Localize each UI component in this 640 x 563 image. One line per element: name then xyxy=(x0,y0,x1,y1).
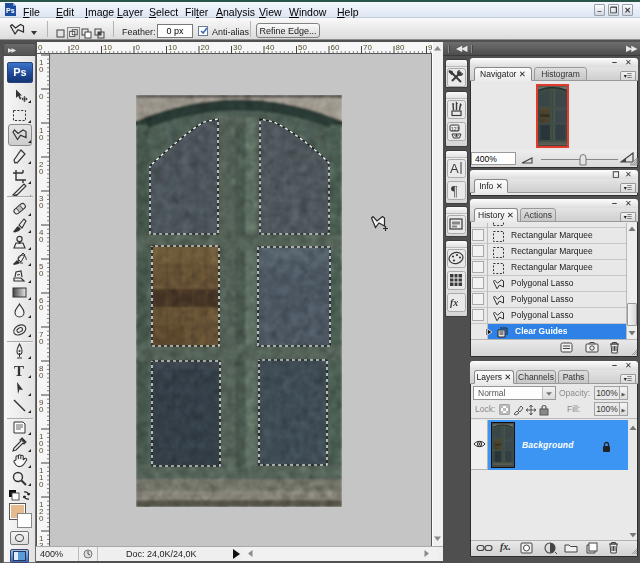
svg-text:40: 40 xyxy=(266,43,275,52)
svg-text:0: 0 xyxy=(39,371,44,380)
svg-text:A: A xyxy=(450,161,459,176)
svg-text:0: 0 xyxy=(38,43,43,52)
svg-text:0: 0 xyxy=(39,201,44,210)
svg-text:T: T xyxy=(14,363,24,379)
svg-text:0: 0 xyxy=(39,269,44,278)
svg-text:¶: ¶ xyxy=(451,184,458,199)
svg-text:70: 70 xyxy=(363,43,372,52)
svg-text:0: 0 xyxy=(39,65,44,74)
svg-text:0: 0 xyxy=(39,514,44,523)
svg-text:0: 0 xyxy=(39,133,44,142)
svg-text:0: 0 xyxy=(39,235,44,244)
svg-text:20: 20 xyxy=(201,43,210,52)
svg-text:50: 50 xyxy=(298,43,307,52)
svg-text:80: 80 xyxy=(396,43,405,52)
svg-text:123: 123 xyxy=(451,126,460,132)
svg-text:0: 0 xyxy=(39,92,44,101)
svg-text:0: 0 xyxy=(136,43,141,52)
svg-text:10: 10 xyxy=(103,43,112,52)
svg-text:0: 0 xyxy=(39,480,44,489)
svg-text:Ps: Ps xyxy=(6,7,15,14)
svg-text:0: 0 xyxy=(39,337,44,346)
svg-text:20: 20 xyxy=(71,43,80,52)
svg-text:30: 30 xyxy=(233,43,242,52)
svg-text:0: 0 xyxy=(39,405,44,414)
svg-text:fx: fx xyxy=(450,297,458,308)
svg-text:0: 0 xyxy=(39,446,44,455)
svg-text:0: 0 xyxy=(39,303,44,312)
svg-text:0: 0 xyxy=(39,167,44,176)
svg-text:60: 60 xyxy=(331,43,340,52)
svg-text:10: 10 xyxy=(168,43,177,52)
